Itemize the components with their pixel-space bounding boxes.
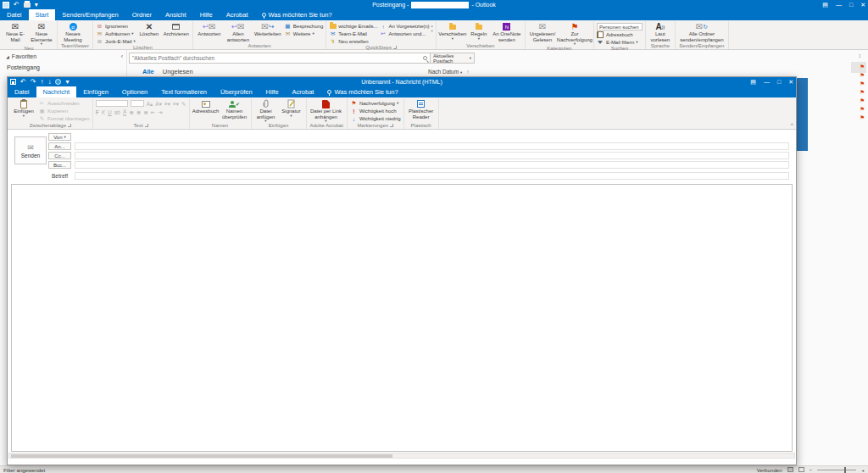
collapse-ribbon-icon[interactable]: ˄ bbox=[790, 122, 793, 127]
onenote-button[interactable]: N An OneNote senden bbox=[492, 21, 522, 42]
tab-nachricht[interactable]: Nachricht bbox=[36, 86, 77, 97]
quickstep-to-manager[interactable]: ↑ An Vorgesetzte(n) bbox=[380, 23, 430, 30]
scrollbar-thumb[interactable] bbox=[11, 454, 392, 458]
search-input[interactable] bbox=[132, 55, 423, 61]
tab-ordner[interactable]: Ordner bbox=[125, 9, 159, 20]
attach-via-link-button[interactable]: Datei per Link anhängen ▾ bbox=[309, 98, 343, 123]
new-meeting-button[interactable]: ⇄ Neues Meeting bbox=[60, 21, 86, 42]
grow-font-icon[interactable]: A▴ bbox=[147, 101, 153, 107]
list-sort-icon[interactable]: ↕ bbox=[859, 53, 862, 58]
align-right-icon[interactable]: ≣ bbox=[143, 109, 147, 115]
follow-up-button[interactable]: ⚑ Zur Nachverfolgung ▾ bbox=[559, 21, 591, 46]
align-center-icon[interactable]: ≣ bbox=[136, 109, 141, 115]
filter-email-button[interactable]: E-Mail filtern▾ bbox=[597, 39, 643, 46]
underline-button[interactable]: U bbox=[108, 109, 112, 115]
tab-acrobat[interactable]: Acrobat bbox=[220, 9, 255, 20]
paste-button[interactable]: Einfügen ▾ bbox=[11, 98, 36, 118]
tab-hilfe[interactable]: Hilfe bbox=[193, 9, 220, 20]
bullet-list-icon[interactable]: ≡▾ bbox=[164, 101, 170, 107]
reading-view-icon[interactable] bbox=[798, 467, 804, 472]
archive-button[interactable]: Archivieren bbox=[163, 21, 190, 37]
quicksteps-scroll-up-icon[interactable]: ▴ bbox=[431, 24, 433, 28]
tell-me-box[interactable]: Was möchten Sie tun? bbox=[320, 86, 404, 97]
previous-item-icon[interactable]: ↑ bbox=[40, 79, 43, 86]
format-painter-button[interactable]: ✎ Format übertragen bbox=[38, 115, 90, 122]
minimize-icon[interactable]: — bbox=[836, 2, 842, 8]
search-scope-dropdown[interactable]: Aktuelles Postfach ▾ bbox=[431, 53, 475, 64]
zoom-slider[interactable] bbox=[817, 470, 856, 470]
numbered-list-icon[interactable]: ≡▾ bbox=[173, 101, 179, 107]
maximize-icon[interactable]: □ bbox=[777, 79, 781, 85]
sort-by-dropdown[interactable]: Nach Datum ▾ bbox=[428, 69, 462, 75]
send-button[interactable]: ✉ Senden bbox=[14, 136, 47, 164]
undo-icon[interactable]: ↶ bbox=[14, 2, 19, 8]
tags-dialog-launcher[interactable] bbox=[390, 124, 393, 127]
horizontal-scrollbar[interactable] bbox=[8, 453, 795, 459]
tab-start[interactable]: Start bbox=[29, 9, 56, 20]
tab-einfuegen[interactable]: Einfügen bbox=[76, 86, 115, 97]
to-field[interactable] bbox=[75, 142, 789, 150]
tab-hilfe[interactable]: Hilfe bbox=[259, 86, 286, 97]
reply-button[interactable]: ↩✉ Antworten bbox=[196, 21, 223, 37]
unread-read-button[interactable]: ✉ Ungelesen/ Gelesen bbox=[528, 21, 557, 42]
message-flag-icon[interactable]: ⚑ bbox=[860, 107, 865, 113]
zoom-slider-thumb[interactable] bbox=[844, 467, 846, 473]
message-flag-icon[interactable]: ⚑ bbox=[860, 90, 865, 96]
quickstep-reply-delete[interactable]: ↩ Antworten und... bbox=[380, 31, 430, 37]
move-button[interactable]: Verschieben ▾ bbox=[439, 21, 466, 41]
attach-file-button[interactable]: Datei anfügen ▾ bbox=[254, 98, 278, 123]
message-body[interactable] bbox=[11, 184, 793, 452]
highlight-button[interactable]: ab bbox=[114, 109, 120, 115]
reply-all-button[interactable]: ↩✉ Allen antworten bbox=[225, 21, 252, 42]
qat-customize-icon[interactable]: ▾ bbox=[65, 79, 69, 86]
cc-field[interactable] bbox=[75, 152, 789, 159]
tab-optionen[interactable]: Optionen bbox=[115, 86, 154, 97]
close-icon[interactable]: ✕ bbox=[860, 2, 865, 8]
rules-button[interactable]: Regeln ▾ bbox=[468, 21, 490, 41]
close-icon[interactable]: ✕ bbox=[788, 79, 793, 86]
globe-icon[interactable] bbox=[55, 79, 61, 85]
favorites-header[interactable]: ◢ Favoriten bbox=[0, 50, 126, 59]
message-flag-icon[interactable]: ⚑ bbox=[860, 98, 865, 104]
tab-text-formatieren[interactable]: Text formatieren bbox=[154, 86, 214, 97]
save-icon[interactable] bbox=[10, 79, 16, 85]
folder-pane-collapse-icon[interactable]: ‹ bbox=[121, 53, 123, 59]
undo-icon[interactable]: ↶ bbox=[20, 79, 26, 86]
outlook-app-icon[interactable] bbox=[3, 2, 9, 8]
message-flag-icon[interactable]: ⚑ bbox=[860, 81, 865, 87]
quicksteps-scroll-down-icon[interactable]: ▾ bbox=[431, 29, 433, 33]
qat-customize-icon[interactable]: ▾ bbox=[35, 2, 38, 8]
new-items-button[interactable]: ✉ Neue Elemente ▾ bbox=[29, 21, 54, 46]
zoom-in-icon[interactable]: + bbox=[861, 467, 865, 473]
quicksteps-dialog-launcher[interactable] bbox=[393, 46, 397, 49]
to-button[interactable]: An... bbox=[48, 142, 71, 150]
check-names-button[interactable]: ✔ Namen überprüfen bbox=[221, 98, 248, 120]
new-email-button[interactable]: ✉ Neue E-Mail bbox=[3, 21, 27, 42]
read-aloud-button[interactable]: A)) Laut vorlesen bbox=[648, 21, 672, 42]
bcc-button[interactable]: Bcc... bbox=[48, 161, 71, 169]
ribbon-options-icon[interactable]: ▤ bbox=[750, 79, 756, 86]
message-flag-icon[interactable]: ⚑ bbox=[860, 115, 865, 121]
from-button[interactable]: Von▾ bbox=[48, 133, 71, 141]
normal-view-icon[interactable] bbox=[787, 467, 793, 472]
find-people-box[interactable]: Personen suchen bbox=[597, 23, 643, 31]
subject-field[interactable] bbox=[75, 172, 789, 180]
follow-up-button[interactable]: ⚑ Nachverfolgung▾ bbox=[350, 100, 401, 107]
more-respond-button[interactable]: ✉ Weitere▾ bbox=[284, 31, 323, 37]
signature-button[interactable]: Signatur ▾ bbox=[280, 98, 303, 118]
address-book-button[interactable]: Adressbuch bbox=[192, 98, 220, 114]
styles-icon[interactable]: ✎ bbox=[181, 101, 186, 107]
immersive-reader-button[interactable]: Plastischer Reader bbox=[407, 98, 436, 120]
forward-button[interactable]: ✉↪ Weiterleiten bbox=[253, 21, 282, 37]
next-item-icon[interactable]: ↓ bbox=[47, 79, 51, 86]
send-receive-all-button[interactable]: ✉↻ Alle Ordner senden/empfangen bbox=[678, 21, 726, 42]
cut-button[interactable]: ✂ Ausschneiden bbox=[38, 100, 90, 107]
tab-datei[interactable]: Datei bbox=[0, 9, 29, 20]
quickstep-important-mails[interactable]: wichtige Emails... bbox=[329, 23, 377, 30]
print-icon[interactable] bbox=[24, 3, 31, 8]
clipboard-dialog-launcher[interactable] bbox=[68, 124, 71, 127]
ribbon-options-icon[interactable]: ▤ bbox=[822, 2, 828, 8]
cleanup-button[interactable]: ✉ Aufräumen▾ bbox=[96, 31, 136, 37]
tab-acrobat[interactable]: Acrobat bbox=[286, 86, 321, 97]
font-name-box[interactable] bbox=[96, 100, 128, 107]
